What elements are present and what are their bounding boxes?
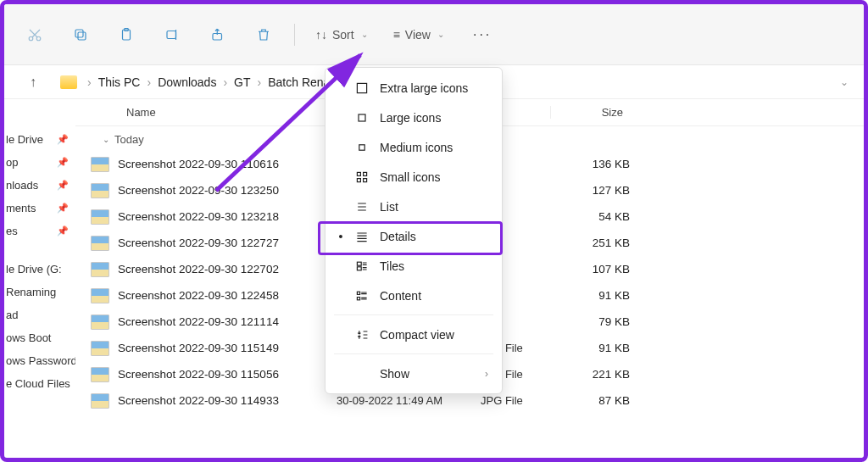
toolbar: ↑↓ Sort ⌄ ≡ View ⌄ ··· — [4, 4, 864, 65]
file-thumb-icon — [91, 314, 109, 330]
menu-separator — [334, 314, 493, 315]
menu-item-label: Content — [380, 289, 421, 303]
menu-item-small-icons[interactable]: Small icons — [326, 162, 502, 192]
more-button[interactable]: ··· — [465, 27, 500, 42]
nav-item[interactable]: nloads📌 — [4, 174, 75, 197]
file-name: Screenshot 2022-09-30 122702 — [118, 263, 337, 276]
svg-rect-14 — [364, 178, 367, 181]
details-icon — [354, 229, 370, 244]
file-size: 221 KB — [557, 368, 642, 381]
grid-icon — [354, 170, 370, 185]
file-thumb-icon — [91, 341, 109, 356]
svg-rect-13 — [357, 178, 360, 181]
menu-item-label: Compact view — [380, 328, 454, 342]
menu-item-compact-view[interactable]: Compact view — [326, 320, 502, 349]
pin-icon: 📌 — [57, 203, 69, 214]
file-thumb-icon — [91, 183, 109, 198]
menu-item-tiles[interactable]: Tiles — [326, 251, 502, 281]
nav-item[interactable]: ad — [4, 303, 75, 326]
svg-rect-15 — [357, 262, 361, 265]
pin-icon: 📌 — [57, 134, 69, 145]
nav-item[interactable]: le Drive (G: — [4, 258, 75, 281]
breadcrumb-item[interactable]: GT — [234, 75, 250, 89]
menu-item-label: Small icons — [380, 170, 441, 184]
file-name: Screenshot 2022-09-30 123250 — [118, 184, 337, 197]
menu-item-label: Show — [380, 367, 409, 381]
menu-item-extra-large-icons[interactable]: Extra large icons — [326, 73, 502, 103]
nav-item[interactable]: Renaming — [4, 281, 75, 303]
file-thumb-icon — [91, 236, 109, 251]
pin-icon: 📌 — [57, 225, 69, 237]
group-label: Today — [114, 133, 144, 146]
breadcrumb[interactable]: ›This PC›Downloads›GT›Batch Renam — [84, 75, 340, 89]
file-thumb-icon — [91, 393, 109, 409]
file-name: Screenshot 2022-09-30 122727 — [118, 237, 337, 249]
svg-rect-12 — [364, 172, 367, 175]
file-name: Screenshot 2022-09-30 110616 — [118, 158, 337, 170]
list-icon — [354, 199, 370, 214]
separator — [294, 24, 295, 46]
svg-rect-3 — [75, 30, 83, 37]
square-lg-icon — [354, 81, 370, 96]
view-button[interactable]: ≡ View ⌄ — [388, 19, 449, 50]
pin-icon: 📌 — [57, 180, 69, 191]
copy-icon[interactable] — [65, 19, 96, 50]
nav-item[interactable]: ows Password — [4, 349, 75, 372]
file-name: Screenshot 2022-09-30 122458 — [118, 289, 337, 302]
rename-icon[interactable] — [157, 19, 187, 50]
nav-item[interactable]: es📌 — [4, 220, 75, 242]
svg-rect-16 — [357, 266, 361, 270]
pin-icon: 📌 — [57, 157, 69, 168]
file-type: JPG File — [481, 394, 557, 407]
svg-rect-6 — [167, 31, 176, 38]
svg-rect-9 — [359, 114, 365, 121]
menu-item-medium-icons[interactable]: Medium icons — [326, 132, 502, 162]
breadcrumb-sep: › — [223, 75, 227, 89]
breadcrumb-item[interactable]: This PC — [98, 75, 141, 89]
svg-rect-2 — [78, 32, 86, 40]
paste-icon[interactable] — [111, 19, 142, 50]
menu-item-large-icons[interactable]: Large icons — [326, 103, 502, 132]
compact-icon — [354, 327, 370, 342]
menu-item-content[interactable]: Content — [326, 281, 502, 310]
chevron-down-icon: ⌄ — [361, 30, 368, 39]
nav-item[interactable]: op📌 — [4, 151, 75, 174]
file-thumb-icon — [91, 157, 109, 172]
cut-icon[interactable] — [19, 19, 50, 50]
menu-item-label: Details — [380, 230, 416, 243]
chevron-right-icon: › — [485, 368, 488, 380]
nav-item[interactable]: e Cloud Files — [4, 372, 75, 395]
nav-item[interactable]: ows Boot — [4, 326, 75, 349]
up-button[interactable]: ↑ — [21, 75, 45, 90]
svg-rect-18 — [357, 297, 359, 299]
menu-item-label: Large icons — [380, 111, 441, 125]
file-name: Screenshot 2022-09-30 115056 — [118, 368, 337, 381]
sort-button[interactable]: ↑↓ Sort ⌄ — [310, 19, 373, 50]
breadcrumb-item[interactable]: Downloads — [158, 75, 216, 89]
col-name[interactable]: Name — [75, 106, 330, 119]
nav-panel: le Drive📌op📌nloads📌ments📌es📌le Drive (G:… — [4, 99, 75, 458]
file-thumb-icon — [91, 209, 109, 225]
file-size: 79 KB — [557, 315, 642, 328]
square-sm-icon — [354, 140, 370, 155]
view-label: View — [405, 28, 431, 42]
svg-rect-8 — [357, 83, 366, 92]
file-name: Screenshot 2022-09-30 115149 — [118, 342, 337, 354]
view-icon: ≡ — [393, 28, 400, 42]
chevron-down-icon[interactable]: ⌄ — [840, 76, 849, 88]
menu-item-label: Extra large icons — [380, 81, 468, 95]
sort-icon: ↑↓ — [315, 28, 327, 42]
chevron-down-icon: ⌄ — [437, 30, 444, 39]
svg-rect-17 — [357, 292, 359, 294]
share-icon[interactable] — [203, 19, 233, 50]
nav-item[interactable]: le Drive📌 — [4, 128, 75, 151]
menu-item-show[interactable]: Show› — [326, 359, 502, 388]
menu-item-details[interactable]: •Details — [326, 221, 502, 251]
delete-icon[interactable] — [248, 19, 279, 50]
nav-item[interactable]: ments📌 — [4, 197, 75, 220]
col-size[interactable]: Size — [550, 106, 635, 119]
folder-icon — [60, 75, 77, 89]
file-size: 54 KB — [557, 210, 642, 223]
file-size: 136 KB — [557, 158, 642, 170]
menu-item-list[interactable]: List — [326, 192, 502, 221]
